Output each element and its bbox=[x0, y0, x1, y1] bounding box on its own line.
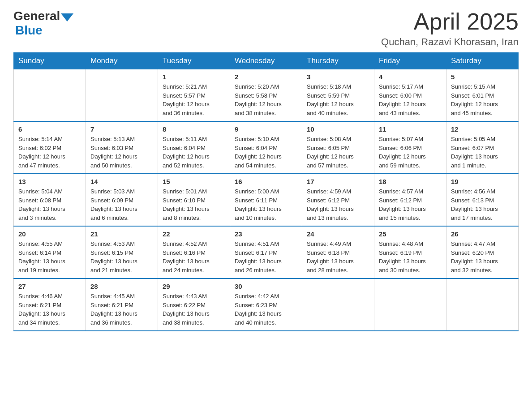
day-info: Sunrise: 4:55 AM Sunset: 6:14 PM Dayligh… bbox=[18, 240, 81, 274]
calendar-cell: 1Sunrise: 5:21 AM Sunset: 5:57 PM Daylig… bbox=[158, 69, 230, 122]
calendar-cell: 21Sunrise: 4:53 AM Sunset: 6:15 PM Dayli… bbox=[86, 226, 158, 278]
calendar-cell: 18Sunrise: 4:57 AM Sunset: 6:12 PM Dayli… bbox=[374, 174, 446, 226]
day-info: Sunrise: 5:05 AM Sunset: 6:07 PM Dayligh… bbox=[451, 135, 514, 170]
calendar-cell: 3Sunrise: 5:18 AM Sunset: 5:59 PM Daylig… bbox=[302, 69, 374, 122]
calendar-cell: 16Sunrise: 5:00 AM Sunset: 6:11 PM Dayli… bbox=[230, 174, 302, 226]
calendar-header-wednesday: Wednesday bbox=[230, 53, 302, 69]
calendar-cell: 8Sunrise: 5:11 AM Sunset: 6:04 PM Daylig… bbox=[158, 121, 230, 174]
day-number: 26 bbox=[451, 230, 514, 238]
day-info: Sunrise: 5:07 AM Sunset: 6:06 PM Dayligh… bbox=[379, 135, 442, 170]
calendar-cell: 25Sunrise: 4:48 AM Sunset: 6:19 PM Dayli… bbox=[374, 226, 446, 278]
logo: General Blue bbox=[13, 9, 73, 38]
calendar-cell: 19Sunrise: 4:56 AM Sunset: 6:13 PM Dayli… bbox=[446, 174, 519, 226]
day-number: 27 bbox=[18, 283, 81, 290]
day-number: 20 bbox=[18, 230, 81, 238]
day-info: Sunrise: 5:17 AM Sunset: 6:00 PM Dayligh… bbox=[379, 82, 442, 117]
calendar-week-row: 27Sunrise: 4:46 AM Sunset: 6:21 PM Dayli… bbox=[14, 278, 519, 331]
day-number: 2 bbox=[235, 73, 297, 81]
location-title: Quchan, Razavi Khorasan, Iran bbox=[381, 36, 519, 48]
calendar-header-friday: Friday bbox=[374, 53, 446, 69]
calendar-cell: 10Sunrise: 5:08 AM Sunset: 6:05 PM Dayli… bbox=[302, 121, 374, 174]
day-number: 16 bbox=[235, 178, 297, 185]
day-number: 12 bbox=[451, 125, 514, 133]
day-info: Sunrise: 4:49 AM Sunset: 6:18 PM Dayligh… bbox=[307, 240, 369, 274]
calendar-cell bbox=[86, 69, 158, 122]
calendar-cell: 6Sunrise: 5:14 AM Sunset: 6:02 PM Daylig… bbox=[14, 121, 86, 174]
calendar-header-saturday: Saturday bbox=[446, 53, 519, 69]
calendar-cell: 13Sunrise: 5:04 AM Sunset: 6:08 PM Dayli… bbox=[14, 174, 86, 226]
day-info: Sunrise: 5:03 AM Sunset: 6:09 PM Dayligh… bbox=[90, 187, 153, 222]
day-number: 8 bbox=[163, 125, 225, 133]
calendar-header-tuesday: Tuesday bbox=[158, 53, 230, 69]
day-info: Sunrise: 5:15 AM Sunset: 6:01 PM Dayligh… bbox=[451, 82, 514, 117]
calendar-header-row: SundayMondayTuesdayWednesdayThursdayFrid… bbox=[14, 53, 519, 69]
day-info: Sunrise: 4:59 AM Sunset: 6:12 PM Dayligh… bbox=[307, 187, 369, 222]
day-number: 4 bbox=[379, 73, 442, 81]
day-info: Sunrise: 5:21 AM Sunset: 5:57 PM Dayligh… bbox=[163, 82, 225, 117]
calendar-cell: 5Sunrise: 5:15 AM Sunset: 6:01 PM Daylig… bbox=[446, 69, 519, 122]
calendar-cell: 27Sunrise: 4:46 AM Sunset: 6:21 PM Dayli… bbox=[14, 278, 86, 331]
day-number: 15 bbox=[163, 178, 225, 185]
calendar-cell: 29Sunrise: 4:43 AM Sunset: 6:22 PM Dayli… bbox=[158, 278, 230, 331]
calendar-cell: 28Sunrise: 4:45 AM Sunset: 6:21 PM Dayli… bbox=[86, 278, 158, 331]
calendar-cell: 11Sunrise: 5:07 AM Sunset: 6:06 PM Dayli… bbox=[374, 121, 446, 174]
day-number: 10 bbox=[307, 125, 369, 133]
day-number: 21 bbox=[90, 230, 153, 238]
calendar-cell: 22Sunrise: 4:52 AM Sunset: 6:16 PM Dayli… bbox=[158, 226, 230, 278]
calendar-cell bbox=[302, 278, 374, 331]
day-info: Sunrise: 5:00 AM Sunset: 6:11 PM Dayligh… bbox=[235, 187, 297, 222]
month-title: April 2025 bbox=[381, 9, 519, 34]
day-info: Sunrise: 5:08 AM Sunset: 6:05 PM Dayligh… bbox=[307, 135, 369, 170]
day-info: Sunrise: 4:46 AM Sunset: 6:21 PM Dayligh… bbox=[18, 292, 81, 327]
calendar-cell: 20Sunrise: 4:55 AM Sunset: 6:14 PM Dayli… bbox=[14, 226, 86, 278]
calendar-week-row: 1Sunrise: 5:21 AM Sunset: 5:57 PM Daylig… bbox=[14, 69, 519, 122]
day-number: 13 bbox=[18, 178, 81, 185]
day-number: 22 bbox=[163, 230, 225, 238]
page-header: General Blue April 2025 Quchan, Razavi K… bbox=[13, 9, 519, 48]
calendar-header-monday: Monday bbox=[86, 53, 158, 69]
day-number: 3 bbox=[307, 73, 369, 81]
calendar-cell: 7Sunrise: 5:13 AM Sunset: 6:03 PM Daylig… bbox=[86, 121, 158, 174]
day-info: Sunrise: 5:01 AM Sunset: 6:10 PM Dayligh… bbox=[163, 187, 225, 222]
day-info: Sunrise: 5:13 AM Sunset: 6:03 PM Dayligh… bbox=[90, 135, 153, 170]
day-info: Sunrise: 5:14 AM Sunset: 6:02 PM Dayligh… bbox=[18, 135, 81, 170]
calendar-cell: 9Sunrise: 5:10 AM Sunset: 6:04 PM Daylig… bbox=[230, 121, 302, 174]
day-number: 14 bbox=[90, 178, 153, 185]
day-number: 29 bbox=[163, 283, 225, 290]
day-info: Sunrise: 4:53 AM Sunset: 6:15 PM Dayligh… bbox=[90, 240, 153, 274]
calendar-cell bbox=[374, 278, 446, 331]
day-number: 25 bbox=[379, 230, 442, 238]
day-info: Sunrise: 5:20 AM Sunset: 5:58 PM Dayligh… bbox=[235, 82, 297, 117]
day-number: 30 bbox=[235, 283, 297, 290]
calendar-header-thursday: Thursday bbox=[302, 53, 374, 69]
day-number: 28 bbox=[90, 283, 153, 290]
logo-general-text: General bbox=[13, 9, 60, 23]
day-info: Sunrise: 4:56 AM Sunset: 6:13 PM Dayligh… bbox=[451, 187, 514, 222]
day-number: 24 bbox=[307, 230, 369, 238]
calendar-cell: 4Sunrise: 5:17 AM Sunset: 6:00 PM Daylig… bbox=[374, 69, 446, 122]
day-number: 6 bbox=[18, 125, 81, 133]
day-number: 23 bbox=[235, 230, 297, 238]
day-info: Sunrise: 4:43 AM Sunset: 6:22 PM Dayligh… bbox=[163, 292, 225, 327]
day-number: 18 bbox=[379, 178, 442, 185]
day-number: 5 bbox=[451, 73, 514, 81]
day-number: 11 bbox=[379, 125, 442, 133]
calendar-cell: 12Sunrise: 5:05 AM Sunset: 6:07 PM Dayli… bbox=[446, 121, 519, 174]
day-number: 1 bbox=[163, 73, 225, 81]
calendar-header-sunday: Sunday bbox=[14, 53, 86, 69]
day-info: Sunrise: 5:04 AM Sunset: 6:08 PM Dayligh… bbox=[18, 187, 81, 222]
calendar-week-row: 6Sunrise: 5:14 AM Sunset: 6:02 PM Daylig… bbox=[14, 121, 519, 174]
day-info: Sunrise: 5:18 AM Sunset: 5:59 PM Dayligh… bbox=[307, 82, 369, 117]
day-info: Sunrise: 5:11 AM Sunset: 6:04 PM Dayligh… bbox=[163, 135, 225, 170]
day-info: Sunrise: 4:45 AM Sunset: 6:21 PM Dayligh… bbox=[90, 292, 153, 327]
day-number: 19 bbox=[451, 178, 514, 185]
day-number: 7 bbox=[90, 125, 153, 133]
logo-arrow-icon bbox=[61, 13, 73, 21]
calendar-cell: 14Sunrise: 5:03 AM Sunset: 6:09 PM Dayli… bbox=[86, 174, 158, 226]
calendar-table: SundayMondayTuesdayWednesdayThursdayFrid… bbox=[13, 52, 519, 331]
day-number: 9 bbox=[235, 125, 297, 133]
calendar-cell bbox=[446, 278, 519, 331]
day-info: Sunrise: 4:57 AM Sunset: 6:12 PM Dayligh… bbox=[379, 187, 442, 222]
calendar-cell: 15Sunrise: 5:01 AM Sunset: 6:10 PM Dayli… bbox=[158, 174, 230, 226]
day-info: Sunrise: 4:47 AM Sunset: 6:20 PM Dayligh… bbox=[451, 240, 514, 274]
